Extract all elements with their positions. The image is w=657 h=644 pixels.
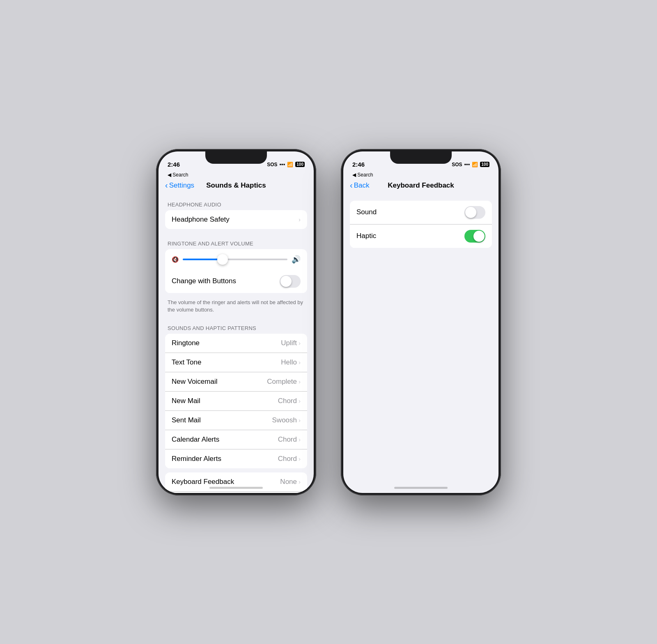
content-2: Sound Haptic bbox=[343, 194, 498, 493]
nav-back-label-1[interactable]: Settings bbox=[169, 181, 194, 190]
status-right-2: SOS ▪▪▪ 📶 100 bbox=[452, 161, 489, 167]
keyboard-feedback-label: Keyboard Feedback bbox=[172, 478, 234, 486]
section-headphone-audio-label: HEADPHONE AUDIO bbox=[159, 194, 314, 210]
headphone-safety-right: › bbox=[299, 216, 301, 223]
reminder-alerts-chevron: › bbox=[299, 455, 301, 462]
phone-1-screen: 2:46 SOS ▪▪▪ 📶 100 ◀ Search ‹ Settings S… bbox=[159, 151, 314, 493]
new-voicemail-right: Complete › bbox=[267, 378, 301, 386]
text-tone-chevron: › bbox=[299, 359, 301, 366]
phone-2: 2:46 SOS ▪▪▪ 📶 100 ◀ Search ‹ Back Keybo… bbox=[341, 149, 501, 495]
battery-icon-1: 100 bbox=[295, 162, 305, 167]
nav-bar-2: ‹ Back Keyboard Feedback bbox=[343, 179, 498, 194]
volume-slider-track[interactable] bbox=[183, 259, 287, 260]
new-mail-chevron: › bbox=[299, 397, 301, 404]
wifi-symbol-2: 📶 bbox=[472, 162, 478, 167]
volume-slider-fill bbox=[183, 259, 223, 260]
home-indicator-2 bbox=[394, 487, 448, 489]
keyboard-feedback-options-group: Sound Haptic bbox=[350, 201, 492, 248]
reminder-alerts-value: Chord bbox=[278, 455, 297, 463]
calendar-alerts-row[interactable]: Calendar Alerts Chord › bbox=[165, 430, 307, 449]
home-indicator-1 bbox=[209, 487, 263, 489]
haptic-row-label: Haptic bbox=[356, 232, 376, 240]
calendar-alerts-right: Chord › bbox=[278, 435, 301, 444]
reminder-alerts-row[interactable]: Reminder Alerts Chord › bbox=[165, 449, 307, 468]
change-with-buttons-toggle[interactable] bbox=[280, 275, 301, 288]
sound-row-label: Sound bbox=[356, 208, 377, 216]
back-chevron-2: ‹ bbox=[350, 181, 353, 190]
new-mail-row[interactable]: New Mail Chord › bbox=[165, 392, 307, 411]
reminder-alerts-label: Reminder Alerts bbox=[172, 455, 221, 463]
keyboard-feedback-value: None bbox=[280, 478, 297, 486]
new-mail-value: Chord bbox=[278, 397, 297, 405]
new-voicemail-label: New Voicemail bbox=[172, 378, 218, 386]
notch-2 bbox=[390, 151, 452, 164]
sound-toggle-knob bbox=[465, 207, 476, 218]
haptic-toggle-knob bbox=[473, 231, 485, 242]
new-voicemail-chevron: › bbox=[299, 378, 301, 385]
change-with-buttons-label: Change with Buttons bbox=[172, 277, 236, 285]
nav-bar-1: ‹ Settings Sounds & Haptics bbox=[159, 179, 314, 194]
calendar-alerts-chevron: › bbox=[299, 436, 301, 443]
text-tone-right: Hello › bbox=[281, 358, 301, 367]
phone-2-screen: 2:46 SOS ▪▪▪ 📶 100 ◀ Search ‹ Back Keybo… bbox=[343, 151, 498, 493]
phone-1: 2:46 SOS ▪▪▪ 📶 100 ◀ Search ‹ Settings S… bbox=[156, 149, 316, 495]
change-with-buttons-subtitle: The volume of the ringer and alerts will… bbox=[159, 297, 314, 318]
sent-mail-label: Sent Mail bbox=[172, 416, 201, 424]
volume-slider-row: 🔇 🔊 bbox=[165, 249, 307, 270]
sent-mail-row[interactable]: Sent Mail Swoosh › bbox=[165, 411, 307, 430]
headphone-safety-label: Headphone Safety bbox=[172, 215, 230, 224]
new-mail-right: Chord › bbox=[278, 397, 301, 405]
ringtone-chevron: › bbox=[299, 339, 301, 346]
status-time-2: 2:46 bbox=[352, 161, 365, 167]
search-back-1[interactable]: ◀ Search bbox=[159, 172, 314, 179]
status-time-1: 2:46 bbox=[168, 161, 180, 167]
sounds-patterns-group: Ringtone Uplift › Text Tone Hello › New … bbox=[165, 334, 307, 468]
keyboard-lock-group: Keyboard Feedback None › Lock Sound bbox=[165, 472, 307, 493]
headphone-safety-chevron: › bbox=[299, 216, 301, 223]
sos-label-1: SOS bbox=[267, 162, 277, 167]
notch-1 bbox=[205, 151, 267, 164]
battery-icon-2: 100 bbox=[480, 162, 489, 167]
text-tone-row[interactable]: Text Tone Hello › bbox=[165, 353, 307, 372]
text-tone-value: Hello bbox=[281, 358, 297, 367]
sound-row[interactable]: Sound bbox=[350, 201, 492, 225]
ringtone-volume-group: 🔇 🔊 Change with Buttons bbox=[165, 249, 307, 293]
sent-mail-right: Swoosh › bbox=[272, 416, 301, 424]
status-right-1: SOS ▪▪▪ 📶 100 bbox=[267, 161, 305, 167]
change-with-buttons-row[interactable]: Change with Buttons bbox=[165, 270, 307, 293]
search-back-2[interactable]: ◀ Search bbox=[343, 172, 498, 179]
ringtone-row[interactable]: Ringtone Uplift › bbox=[165, 334, 307, 353]
calendar-alerts-value: Chord bbox=[278, 435, 297, 444]
lock-sound-row[interactable]: Lock Sound bbox=[165, 492, 307, 493]
keyboard-feedback-row[interactable]: Keyboard Feedback None › bbox=[165, 472, 307, 492]
keyboard-feedback-right: None › bbox=[280, 478, 301, 486]
back-chevron-1: ‹ bbox=[165, 181, 168, 190]
volume-low-icon: 🔇 bbox=[172, 256, 179, 263]
nav-title-1: Sounds & Haptics bbox=[206, 181, 266, 190]
reminder-alerts-right: Chord › bbox=[278, 455, 301, 463]
change-with-buttons-knob bbox=[280, 276, 292, 287]
sound-toggle[interactable] bbox=[464, 206, 485, 219]
keyboard-feedback-chevron: › bbox=[299, 478, 301, 485]
ringtone-value: Uplift bbox=[281, 339, 297, 347]
nav-title-2: Keyboard Feedback bbox=[388, 181, 454, 190]
sent-mail-value: Swoosh bbox=[272, 416, 297, 424]
sent-mail-chevron: › bbox=[299, 417, 301, 424]
text-tone-label: Text Tone bbox=[172, 358, 201, 367]
section-ringtone-volume-label: RINGTONE AND ALERT VOLUME bbox=[159, 233, 314, 249]
calendar-alerts-label: Calendar Alerts bbox=[172, 435, 219, 444]
nav-back-1[interactable]: ‹ Settings bbox=[165, 181, 198, 190]
headphone-audio-group: Headphone Safety › bbox=[165, 210, 307, 229]
new-voicemail-value: Complete bbox=[267, 378, 297, 386]
nav-back-label-2[interactable]: Back bbox=[354, 181, 370, 190]
headphone-safety-row[interactable]: Headphone Safety › bbox=[165, 210, 307, 229]
haptic-toggle[interactable] bbox=[464, 230, 485, 243]
content-1: HEADPHONE AUDIO Headphone Safety › RINGT… bbox=[159, 194, 314, 493]
wifi-symbol-1: 📶 bbox=[287, 162, 293, 167]
new-voicemail-row[interactable]: New Voicemail Complete › bbox=[165, 372, 307, 392]
haptic-row[interactable]: Haptic bbox=[350, 225, 492, 248]
volume-slider-thumb[interactable] bbox=[217, 254, 228, 265]
nav-back-2[interactable]: ‹ Back bbox=[350, 181, 383, 190]
section-sounds-patterns-label: SOUNDS AND HAPTIC PATTERNS bbox=[159, 318, 314, 334]
ringtone-label: Ringtone bbox=[172, 339, 200, 347]
